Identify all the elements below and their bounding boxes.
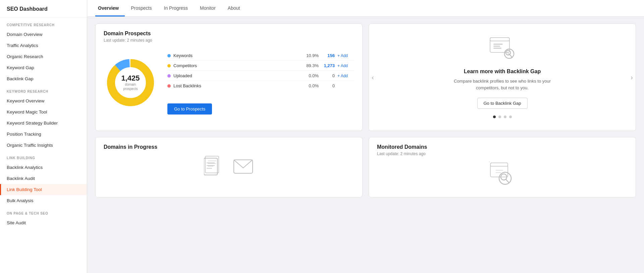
sidebar: SEO Dashboard COMPETITIVE RESEARCHDomain… <box>0 0 87 273</box>
sidebar-section-label-on-page-&-tech-seo: ON PAGE & TECH SEO <box>0 206 87 217</box>
legend-dot <box>167 64 171 67</box>
sidebar-item-backlink-analytics[interactable]: Backlink Analytics <box>0 162 87 173</box>
sidebar-item-domain-overview[interactable]: Domain Overview <box>0 29 87 40</box>
legend-row-competitors: Competitors89.3%1,273+ Add <box>167 61 354 71</box>
tab-overview[interactable]: Overview <box>95 0 125 16</box>
backlink-gap-icon <box>487 36 518 62</box>
domain-prospects-title: Domain Prospects <box>104 31 354 37</box>
legend-add-competitors[interactable]: + Add <box>337 63 354 68</box>
sidebar-item-organic-research[interactable]: Organic Research <box>0 51 87 62</box>
legend-pct: 0.0% <box>304 73 319 78</box>
sidebar-section-label-link-building: LINK BUILDING <box>0 151 87 162</box>
learn-card-desc: Compare backlink profiles to see who lin… <box>452 78 553 91</box>
svg-rect-6 <box>493 44 503 45</box>
domains-in-progress-card: Domains in Progress <box>95 137 363 197</box>
legend-name: Lost Backlinks <box>173 83 301 88</box>
sidebar-item-keyword-strategy-builder[interactable]: Keyword Strategy Builder <box>0 118 87 129</box>
sidebar-item-backlink-audit[interactable]: Backlink Audit <box>0 173 87 184</box>
monitored-domains-illustration <box>377 162 628 187</box>
sidebar-item-keyword-gap[interactable]: Keyword Gap <box>0 62 87 73</box>
legend-add-uploaded[interactable]: + Add <box>337 74 354 78</box>
legend-row-keywords: Keywords10.9%156+ Add <box>167 51 354 61</box>
carousel-dot-3[interactable] <box>509 116 512 118</box>
sidebar-section-label-keyword-research: KEYWORD RESEARCH <box>0 84 87 95</box>
domains-in-progress-title: Domains in Progress <box>104 144 354 150</box>
donut-legend: Keywords10.9%156+ AddCompetitors89.3%1,2… <box>167 51 354 115</box>
tab-prospects[interactable]: Prospects <box>125 0 158 16</box>
svg-rect-22 <box>490 163 508 166</box>
go-to-prospects-button[interactable]: Go to Prospects <box>167 103 212 115</box>
envelope-icon <box>232 157 254 176</box>
sidebar-logo: SEO Dashboard <box>0 0 87 18</box>
tabs-bar: OverviewProspectsIn ProgressMonitorAbout <box>87 0 644 17</box>
legend-pct: 10.9% <box>304 53 319 58</box>
legend-count[interactable]: 156 <box>321 53 335 58</box>
sidebar-item-site-audit[interactable]: Site Audit <box>0 217 87 228</box>
donut-number: 1,425 <box>121 74 140 82</box>
legend-count[interactable]: 1,273 <box>321 63 335 68</box>
carousel-dot-0[interactable] <box>493 116 496 118</box>
domain-prospects-subtitle: Last update: 2 minutes ago <box>104 38 354 43</box>
donut-center: 1,425 domainprospects <box>121 74 140 91</box>
domain-prospects-card: Domain Prospects Last update: 2 minutes … <box>95 24 363 131</box>
sidebar-section-label-competitive-research: COMPETITIVE RESEARCH <box>0 18 87 29</box>
tab-in-progress[interactable]: In Progress <box>158 0 194 16</box>
svg-point-24 <box>489 162 490 162</box>
legend-add-keywords[interactable]: + Add <box>337 53 354 58</box>
svg-rect-8 <box>493 48 501 49</box>
svg-rect-4 <box>490 38 509 41</box>
learn-card-title: Learn more with Backlink Gap <box>464 69 541 75</box>
svg-line-11 <box>510 55 512 57</box>
carousel-dot-1[interactable] <box>498 116 501 118</box>
legend-dot <box>167 84 171 88</box>
learn-more-card: ‹ <box>369 24 636 131</box>
legend-count: 0 <box>321 73 335 78</box>
legend-row-lost-backlinks: Lost Backlinks0.0%0 <box>167 81 354 91</box>
legend-row-uploaded: Uploaded0.0%0+ Add <box>167 71 354 81</box>
svg-line-27 <box>506 180 509 183</box>
monitored-domains-title: Monitored Domains <box>377 144 628 150</box>
legend-name: Uploaded <box>173 73 301 78</box>
carousel-prev-button[interactable]: ‹ <box>369 71 377 84</box>
domain-prospects-inner: 1,425 domainprospects Keywords10.9%156+ … <box>104 48 354 115</box>
legend-name: Keywords <box>173 53 301 58</box>
main-content: OverviewProspectsIn ProgressMonitorAbout… <box>87 0 644 273</box>
sidebar-item-position-tracking[interactable]: Position Tracking <box>0 129 87 140</box>
sidebar-item-backlink-gap[interactable]: Backlink Gap <box>0 73 87 84</box>
donut-label: domainprospects <box>121 82 140 91</box>
sidebar-item-keyword-magic-tool[interactable]: Keyword Magic Tool <box>0 106 87 118</box>
sidebar-item-organic-traffic-insights[interactable]: Organic Traffic Insights <box>0 140 87 151</box>
tab-about[interactable]: About <box>222 0 246 16</box>
donut-chart: 1,425 domainprospects <box>104 56 157 109</box>
svg-rect-7 <box>493 46 500 47</box>
legend-pct: 89.3% <box>304 63 319 68</box>
sidebar-item-traffic-analytics[interactable]: Traffic Analytics <box>0 40 87 51</box>
domains-in-progress-illustration <box>104 155 354 177</box>
legend-pct: 0.0% <box>304 83 319 88</box>
legend-name: Competitors <box>173 63 301 68</box>
legend-dot <box>167 54 171 57</box>
svg-rect-12 <box>205 156 219 173</box>
legend-count: 0 <box>321 83 335 88</box>
carousel-dot-2[interactable] <box>504 116 506 118</box>
monitored-domains-subtitle: Last update: 2 minutes ago <box>377 151 628 156</box>
tab-monitor[interactable]: Monitor <box>194 0 222 16</box>
legend-dot <box>167 74 171 78</box>
content-area: Domain Prospects Last update: 2 minutes … <box>87 17 644 204</box>
monitored-domains-card: Monitored Domains Last update: 2 minutes… <box>369 137 636 197</box>
carousel-next-button[interactable]: › <box>628 71 636 84</box>
sidebar-item-keyword-overview[interactable]: Keyword Overview <box>0 95 87 106</box>
go-to-backlink-gap-button[interactable]: Go to Backlink Gap <box>477 98 528 109</box>
sidebar-item-link-building-tool[interactable]: Link Building Tool <box>0 184 87 195</box>
sidebar-item-bulk-analysis[interactable]: Bulk Analysis <box>0 195 87 206</box>
carousel-dots <box>493 116 512 118</box>
document-icon-1 <box>204 155 222 177</box>
